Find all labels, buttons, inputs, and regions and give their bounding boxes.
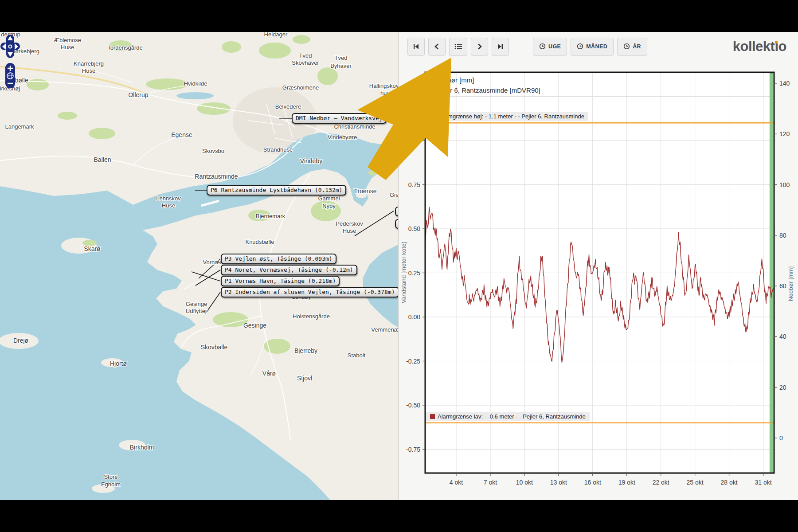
map-place-label: Belvedere bbox=[275, 103, 301, 110]
map-marker-tooltip-p2-indersiden-af-slusen[interactable]: P2 Indersiden af slusen Vejlen, Tåsinge … bbox=[221, 287, 398, 297]
map-place-label: Huse bbox=[162, 202, 175, 209]
toolbar: UGE MÅNED ÅR kollektıo bbox=[399, 32, 798, 61]
legend-swatch-red bbox=[427, 88, 432, 93]
map-place-label: Æblemose bbox=[54, 37, 81, 43]
x-axis-tick-label: 19 okt bbox=[618, 479, 635, 486]
x-axis-tick-label: 4 okt bbox=[450, 479, 463, 486]
last-button[interactable] bbox=[492, 38, 509, 55]
legend-item-nedboer: Nedbør [mm] bbox=[427, 76, 540, 84]
legend-label: Pejler 6, Rantzausminde [mDVR90] bbox=[435, 86, 540, 94]
map-place-label: Egense bbox=[171, 131, 192, 138]
map-place-label: Vornæs bbox=[203, 259, 223, 266]
x-axis-tick-label: 10 okt bbox=[516, 479, 533, 486]
left-axis-tick-label: -0.50 bbox=[406, 402, 420, 409]
map-place-label: Stjovl bbox=[297, 375, 312, 382]
map-place-label: Vårø bbox=[262, 370, 276, 377]
map-place-label: Vemmenæs bbox=[371, 326, 398, 333]
map-marker-tooltip-stub-b[interactable] bbox=[395, 219, 398, 229]
x-axis-tick-label: 25 okt bbox=[687, 479, 704, 486]
first-button[interactable] bbox=[407, 38, 425, 55]
map-place-label: Stabolt bbox=[348, 352, 366, 359]
map-place-label: Troense bbox=[354, 188, 377, 195]
skip-to-start-icon bbox=[412, 43, 420, 50]
x-axis-tick-label: 22 okt bbox=[653, 479, 669, 486]
map-place-label: Holstensgårde bbox=[293, 313, 330, 320]
map-place-label: Gammel bbox=[318, 195, 340, 202]
right-axis-tick-label: 140 bbox=[779, 80, 790, 87]
x-axis-tick-label: 13 okt bbox=[550, 479, 567, 486]
map-zoom-control[interactable] bbox=[5, 63, 15, 88]
view-year-button[interactable]: ÅR bbox=[617, 38, 647, 55]
map-marker-tooltip-p6-rantzausminde-lystbaadehavn[interactable]: P6 Rantzausminde Lystbådehavn (0.132m) bbox=[207, 185, 346, 196]
x-axis-tick-label: 7 okt bbox=[484, 479, 497, 486]
list-button[interactable] bbox=[449, 38, 467, 55]
alarm-low-label: Alarmgrænse lav: - -0.6 meter - - Pejler… bbox=[426, 412, 590, 421]
right-axis-tick-label: 40 bbox=[779, 333, 786, 340]
brand-logo: kollektıo bbox=[733, 39, 786, 55]
legend-swatch-green bbox=[427, 78, 432, 83]
chart-legend: Nedbør [mm] Pejler 6, Rantzausminde [mDV… bbox=[427, 76, 540, 97]
left-axis-tick-label: 1.25 bbox=[408, 93, 420, 100]
map-place-label: Bjerreby bbox=[294, 347, 317, 354]
right-axis-tick-label: 80 bbox=[779, 232, 786, 239]
left-axis-tick-label: 0.75 bbox=[408, 181, 420, 188]
map-marker-tooltip-dmi-nedboer-vandvaerksvej[interactable]: DMI Nedbør – Vandværksvej bbox=[292, 113, 387, 124]
map-place-label: Store bbox=[104, 473, 117, 480]
left-axis-tick-label: 0.50 bbox=[408, 225, 420, 232]
map-place-label: Hallingskov bbox=[369, 82, 398, 89]
letterbox-bottom bbox=[0, 500, 798, 532]
map-place-label: Tved bbox=[335, 55, 348, 61]
map-place-label: Skarø bbox=[84, 245, 101, 252]
map-place-label: Ballen bbox=[94, 156, 111, 163]
map-place-label: Gesinge bbox=[243, 322, 266, 329]
x-axis-tick-label: 28 okt bbox=[721, 479, 738, 486]
map-place-label: Rantzausminde bbox=[195, 173, 238, 180]
view-week-label: UGE bbox=[548, 43, 561, 50]
map-place-label: Huse bbox=[61, 44, 74, 51]
map-place-label: Drejø bbox=[13, 337, 29, 344]
view-week-button[interactable]: UGE bbox=[533, 38, 567, 55]
map-place-label: Heldager bbox=[264, 32, 288, 38]
view-month-button[interactable]: MÅNED bbox=[571, 38, 614, 55]
map-place-label: Hvidkilde bbox=[184, 80, 207, 87]
letterbox-top bbox=[0, 0, 798, 32]
map-marker-tooltip-p3-vejlen-oest[interactable]: P3 Vejlen øst, Tåsinge (0.093m) bbox=[221, 254, 336, 264]
legend-item-pejler: Pejler 6, Rantzausminde [mDVR90] bbox=[427, 86, 540, 94]
right-axis-tick-label: 20 bbox=[779, 384, 786, 391]
chevron-right-icon bbox=[476, 43, 483, 50]
map-controls bbox=[0, 32, 23, 98]
map-place-label: Birkholm bbox=[130, 444, 154, 451]
map-place-label: Udflytter bbox=[186, 308, 207, 314]
map-place-label: Grasten bbox=[390, 192, 398, 198]
map-pan-control[interactable] bbox=[0, 35, 20, 58]
chart-panel: UGE MÅNED ÅR kollektıo 1.251.000.750.500… bbox=[398, 32, 798, 500]
prev-button[interactable] bbox=[428, 38, 446, 55]
x-axis-tick-label: 31 okt bbox=[755, 479, 771, 486]
clock-icon bbox=[539, 43, 546, 50]
map-place-label: Græsholmene bbox=[282, 84, 319, 91]
map-marker-tooltip-p1-vornaes-havn[interactable]: P1 Vornæs Havn, Tåsinge (0.218m) bbox=[221, 276, 340, 286]
map-place-label: Knudsbølle bbox=[245, 239, 274, 245]
map-place-label: Skovhaver bbox=[292, 59, 319, 66]
map-place-label: Bjernemark bbox=[256, 213, 286, 219]
legend-label: Nedbør [mm] bbox=[435, 76, 474, 84]
left-axis-title: Vandstand [meter kote] bbox=[400, 242, 407, 304]
left-axis-tick-label: -0.25 bbox=[406, 358, 420, 365]
map-lake-hvidkilde bbox=[176, 92, 214, 99]
map-marker-tooltip-p4-noret-vornaesvej[interactable]: P4 Noret, Vornæsvej, Tåsinge (-0.12m) bbox=[221, 265, 357, 275]
map-place-label: Christiansminde bbox=[334, 123, 375, 130]
map-place-label: Pederskov bbox=[336, 220, 363, 227]
map-place-label: Tordensgårde bbox=[107, 44, 143, 51]
map-place-label: Skovsbo bbox=[202, 148, 224, 154]
map[interactable]: destrupÆblemoseHuseMørkebjergKnarrebjerg… bbox=[0, 32, 398, 500]
water-level-chart[interactable]: 1.251.000.750.500.250.00-0.25-0.50-0.751… bbox=[399, 32, 798, 500]
map-place-label: Lehnskov bbox=[156, 195, 181, 202]
map-marker-tooltip-stub-a[interactable] bbox=[395, 207, 398, 216]
precipitation-bar bbox=[770, 73, 773, 472]
left-axis-tick-label: 0.00 bbox=[408, 313, 420, 321]
x-axis-tick-label: 16 okt bbox=[584, 479, 601, 486]
app-window: destrupÆblemoseHuseMørkebjergKnarrebjerg… bbox=[0, 0, 798, 532]
alarm-marker bbox=[430, 414, 435, 419]
right-axis-tick-label: 60 bbox=[779, 282, 786, 289]
next-button[interactable] bbox=[471, 38, 488, 55]
